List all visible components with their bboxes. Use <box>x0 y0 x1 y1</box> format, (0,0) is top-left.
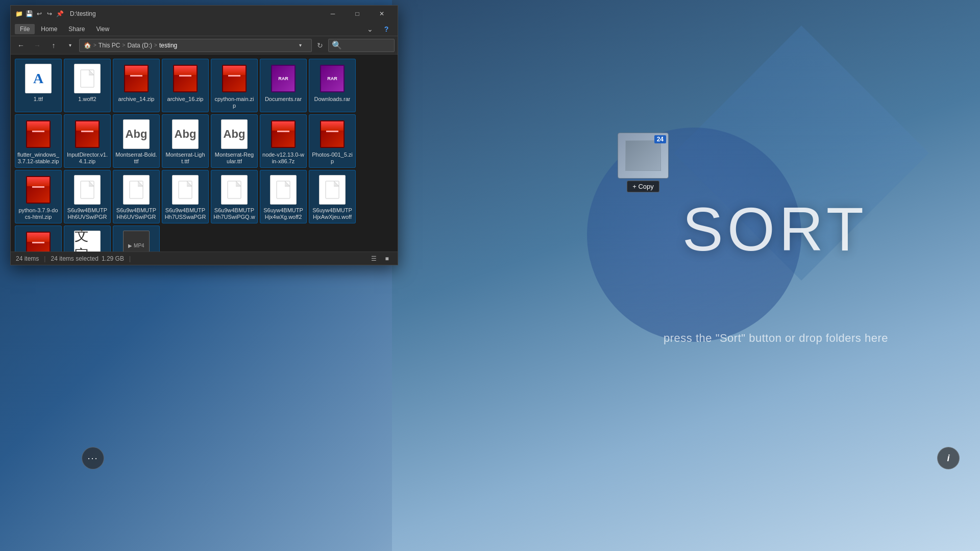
maximize-button[interactable]: □ <box>346 6 369 22</box>
menu-bar-right-controls: ⌄ ? <box>363 22 394 36</box>
dots-menu-button[interactable]: ··· <box>82 447 104 469</box>
file-icon: ▶ MP4 <box>120 229 153 252</box>
file-icon: Abg <box>120 118 153 151</box>
title-bar-path: D:\testing <box>70 10 321 17</box>
zip-icon <box>319 119 346 149</box>
blank-icon <box>74 175 101 205</box>
breadcrumb-data[interactable]: Data (D:) <box>127 42 152 49</box>
file-icon <box>71 173 104 206</box>
zip-icon-inner <box>271 120 296 148</box>
font-abg-icon: Abg <box>221 119 248 149</box>
file-label: Montserrat-Bold.ttf <box>115 152 157 164</box>
file-item[interactable]: S6uyw4BMUTPHjx4wXg.woff2 <box>260 170 307 223</box>
svg-rect-5 <box>277 181 290 198</box>
file-icon <box>218 173 251 206</box>
file-item[interactable]: archive_14.zip <box>113 59 160 112</box>
file-item[interactable]: archive_16.zip <box>162 59 209 112</box>
svg-rect-6 <box>326 181 339 198</box>
file-label: S6u9w4BMUTPHh6UVSwiPGR_p.woff2 <box>115 207 157 220</box>
file-item[interactable]: node-v12.13.0-win-x86.7z <box>260 114 307 168</box>
file-item[interactable]: python-3.7.9-docs-html.zip <box>15 170 62 223</box>
rar-icon: RAR <box>270 64 297 93</box>
file-item[interactable]: ▶ MP4VID_20221111_093510.mp4 <box>113 226 160 252</box>
file-icon: Abg <box>218 118 251 151</box>
minimize-button[interactable]: ─ <box>321 6 345 22</box>
refresh-button[interactable]: ↻ <box>314 39 326 52</box>
sort-heading: SORT <box>682 194 868 264</box>
back-button[interactable]: ← <box>14 38 28 53</box>
menu-chevron-down[interactable]: ⌄ <box>363 22 377 36</box>
file-item[interactable]: S6u9w4BMUTPHh7USwiPGQ.woff2 <box>211 170 258 223</box>
file-item[interactable]: cpython-main.zip <box>211 59 258 112</box>
menu-help[interactable]: ? <box>379 22 394 36</box>
rar-icon-inner: RAR <box>320 65 345 92</box>
file-icon <box>169 62 202 95</box>
zip-icon <box>25 175 52 205</box>
close-button[interactable]: ✕ <box>370 6 394 22</box>
grid-view-button[interactable]: ■ <box>381 254 393 263</box>
file-label: S6u9w4BMUTPHh7USwiPGQ.woff2 <box>213 207 255 220</box>
file-item[interactable]: 1.woff2 <box>64 59 111 112</box>
menu-file[interactable]: File <box>15 24 35 34</box>
file-label: Montserrat-Regular.ttf <box>213 152 255 164</box>
font-abg-icon: Abg <box>123 119 150 149</box>
file-item[interactable]: A1.ttf <box>15 59 62 112</box>
file-item[interactable]: 文字Symbola.ttf <box>64 226 111 252</box>
breadcrumb-folder[interactable]: testing <box>159 42 177 49</box>
file-copy-widget[interactable]: 24 + Copy <box>618 133 669 192</box>
recent-locations-button[interactable]: ▾ <box>63 38 77 53</box>
title-bar-controls: ─ □ ✕ <box>321 6 394 22</box>
info-button[interactable]: i <box>937 447 960 469</box>
menu-home[interactable]: Home <box>36 24 62 34</box>
file-item[interactable]: flutter_windows_3.7.12-stable.zip <box>15 114 62 168</box>
file-icon <box>22 229 55 252</box>
file-label: node-v12.13.0-win-x86.7z <box>262 152 304 164</box>
ttf-icon: A <box>25 64 52 93</box>
file-item[interactable]: S6u9w4BMUTPHh6UVSwiPGR_p.woff2 <box>113 170 160 223</box>
file-item[interactable]: screenshots.zip <box>15 226 62 252</box>
search-input[interactable] <box>344 42 421 49</box>
rar-icon: RAR <box>319 64 346 93</box>
file-item[interactable]: InputDirector.v1.4.1.zip <box>64 114 111 168</box>
svg-rect-2 <box>130 181 143 198</box>
mp4-icon: ▶ MP4 <box>123 231 150 252</box>
zip-icon <box>172 64 199 93</box>
zip-icon-inner <box>173 65 198 92</box>
file-item[interactable]: RAR Downloads.rar <box>309 59 356 112</box>
address-home-icon: 🏠 <box>84 42 91 49</box>
address-bar-dropdown[interactable]: ▾ <box>293 38 307 53</box>
font-abg-icon: Abg <box>172 119 199 149</box>
file-icon <box>120 173 153 206</box>
breadcrumb-this-pc[interactable]: This PC <box>99 42 120 49</box>
file-item[interactable]: AbgMontserrat-Bold.ttf <box>113 114 160 168</box>
up-button[interactable]: ↑ <box>46 38 61 53</box>
file-item[interactable]: Photos-001_5.zip <box>309 114 356 168</box>
file-item[interactable]: RAR Documents.rar <box>260 59 307 112</box>
list-view-button[interactable]: ☰ <box>368 254 379 263</box>
selected-count: 24 items selected <box>51 255 98 262</box>
file-label: S6uyw4BMUTPHjxAwXjeu.woff2 <box>311 207 353 220</box>
zip-icon <box>221 64 248 93</box>
file-item[interactable]: S6u9w4BMUTPHh7USSwaPGR_p.woff2 <box>162 170 209 223</box>
file-icon <box>71 62 104 95</box>
file-label: Photos-001_5.zip <box>311 152 353 164</box>
view-toggle-icons: ☰ ■ <box>368 254 393 263</box>
file-item[interactable]: AbgMontserrat-Regular.ttf <box>211 114 258 168</box>
status-bar: 24 items | 24 items selected 1.29 GB | ☰… <box>11 252 398 265</box>
address-bar[interactable]: 🏠 > This PC > Data (D:) > testing ▾ <box>79 39 312 52</box>
search-box[interactable]: 🔍 <box>328 39 395 52</box>
file-label: python-3.7.9-docs-html.zip <box>17 207 59 220</box>
file-item[interactable]: S6u9w4BMUTPHh6UVSwiPGR_p.woff2 <box>64 170 111 223</box>
menu-share[interactable]: Share <box>63 24 90 34</box>
file-label: Montserrat-Light.ttf <box>164 152 206 164</box>
files-area[interactable]: A1.ttf 1.woff2 archive_14.zip archive_16… <box>11 55 398 252</box>
file-icon: RAR <box>267 62 300 95</box>
sort-hint-text: press the "Sort" button or drop folders … <box>664 332 888 345</box>
forward-button[interactable]: → <box>30 38 44 53</box>
menu-view[interactable]: View <box>91 24 114 34</box>
file-item[interactable]: AbgMontserrat-Light.ttf <box>162 114 209 168</box>
file-icon: RAR <box>316 62 349 95</box>
file-item[interactable]: S6uyw4BMUTPHjxAwXjeu.woff2 <box>309 170 356 223</box>
file-label: InputDirector.v1.4.1.zip <box>66 152 108 164</box>
file-label: S6u9w4BMUTPHh7USSwaPGR_p.woff2 <box>164 207 206 220</box>
